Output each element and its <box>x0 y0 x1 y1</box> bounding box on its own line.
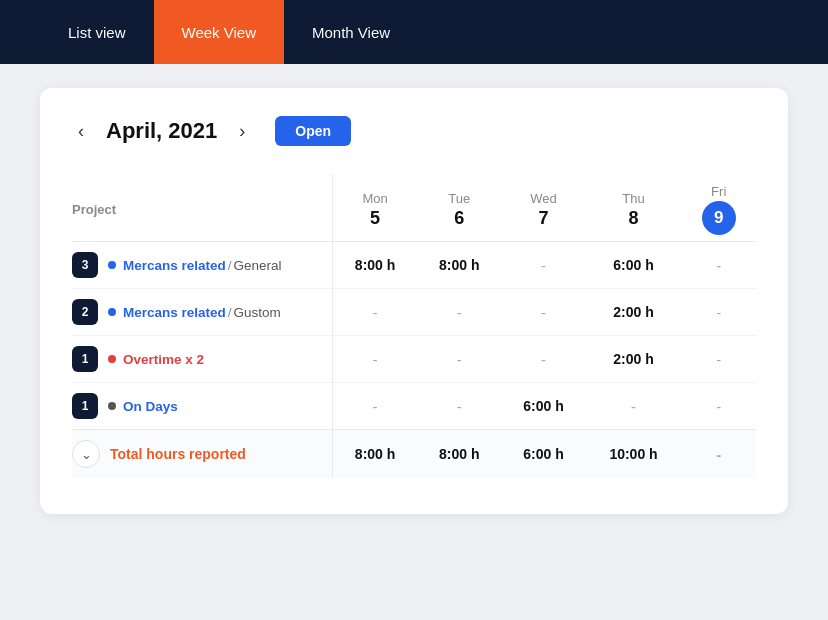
cell-thu: 2:00 h <box>586 289 682 336</box>
total-cell-mon: 8:00 h <box>333 430 417 479</box>
table-row: 2 Mercans related / Gustom ---2:00 h- <box>72 289 756 336</box>
nav-month-view[interactable]: Month View <box>284 0 418 64</box>
project-badge: 2 <box>72 299 98 325</box>
total-label: Total hours reported <box>110 446 246 462</box>
total-cell-tue: 8:00 h <box>417 430 501 479</box>
project-name: Overtime x 2 <box>108 352 204 367</box>
project-cell: 2 Mercans related / Gustom <box>72 299 324 325</box>
cell-tue: - <box>417 336 501 383</box>
tue-day-name: Tue <box>425 191 493 206</box>
project-badge: 3 <box>72 252 98 278</box>
prev-month-button[interactable]: ‹ <box>72 118 90 144</box>
cell-thu: 2:00 h <box>586 336 682 383</box>
col-header-project: Project <box>72 174 332 242</box>
col-header-thu: Thu 8 <box>586 174 682 242</box>
col-header-fri: Fri 9 <box>681 174 756 242</box>
cell-wed: - <box>501 289 585 336</box>
project-cell-col: 1 Overtime x 2 <box>72 336 332 383</box>
cell-thu: 6:00 h <box>586 242 682 289</box>
project-cell-col: 1 On Days <box>72 383 332 430</box>
project-cell-col: 3 Mercans related / General <box>72 242 332 289</box>
cell-tue: - <box>417 289 501 336</box>
cell-wed: - <box>501 242 585 289</box>
project-name: On Days <box>108 399 178 414</box>
table-row: 1 On Days --6:00 h-- <box>72 383 756 430</box>
total-cell-fri: - <box>681 430 756 479</box>
project-link[interactable]: Mercans related <box>123 305 226 320</box>
col-header-tue: Tue 6 <box>417 174 501 242</box>
fri-day-num: 9 <box>702 201 736 235</box>
total-project-cell: ⌄ Total hours reported <box>72 440 324 468</box>
project-badge: 1 <box>72 346 98 372</box>
cell-wed: - <box>501 336 585 383</box>
cell-fri: - <box>681 289 756 336</box>
schedule-table: Project Mon 5 Tue 6 Wed 7 Thu 8 <box>72 174 756 478</box>
nav-week-view[interactable]: Week View <box>154 0 284 64</box>
cell-tue: 8:00 h <box>417 242 501 289</box>
project-badge: 1 <box>72 393 98 419</box>
project-name: Mercans related / Gustom <box>108 305 281 320</box>
project-link[interactable]: Overtime x 2 <box>123 352 204 367</box>
cell-mon: 8:00 h <box>333 242 417 289</box>
total-chevron-button[interactable]: ⌄ <box>72 440 100 468</box>
wed-day-num: 7 <box>539 208 549 229</box>
cell-fri: - <box>681 383 756 430</box>
month-header: ‹ April, 2021 › Open <box>72 116 756 146</box>
table-row: 1 Overtime x 2 ---2:00 h- <box>72 336 756 383</box>
thu-day-num: 8 <box>629 208 639 229</box>
schedule-card: ‹ April, 2021 › Open Project Mon 5 Tue 6 <box>40 88 788 514</box>
wed-day-name: Wed <box>509 191 577 206</box>
project-cell-col: 2 Mercans related / Gustom <box>72 289 332 336</box>
thu-day-name: Thu <box>594 191 674 206</box>
project-col-label: Project <box>72 202 116 217</box>
cell-wed: 6:00 h <box>501 383 585 430</box>
project-link[interactable]: On Days <box>123 399 178 414</box>
col-header-wed: Wed 7 <box>501 174 585 242</box>
project-cell: 3 Mercans related / General <box>72 252 324 278</box>
cell-mon: - <box>333 383 417 430</box>
top-navigation: List view Week View Month View <box>0 0 828 64</box>
month-title: April, 2021 <box>106 118 217 144</box>
col-header-mon: Mon 5 <box>333 174 417 242</box>
project-slash: / <box>228 258 232 273</box>
project-link[interactable]: Mercans related <box>123 258 226 273</box>
next-month-button[interactable]: › <box>233 118 251 144</box>
fri-day-name: Fri <box>689 184 748 199</box>
tue-day-num: 6 <box>454 208 464 229</box>
project-name: Mercans related / General <box>108 258 282 273</box>
project-cell: 1 Overtime x 2 <box>72 346 324 372</box>
mon-day-name: Mon <box>341 191 409 206</box>
cell-fri: - <box>681 242 756 289</box>
total-row: ⌄ Total hours reported 8:00 h8:00 h6:00 … <box>72 430 756 479</box>
open-button[interactable]: Open <box>275 116 351 146</box>
project-sub: General <box>234 258 282 273</box>
total-project-col: ⌄ Total hours reported <box>72 430 332 479</box>
cell-fri: - <box>681 336 756 383</box>
project-cell: 1 On Days <box>72 393 324 419</box>
project-sub: Gustom <box>234 305 281 320</box>
cell-mon: - <box>333 336 417 383</box>
cell-tue: - <box>417 383 501 430</box>
cell-mon: - <box>333 289 417 336</box>
nav-list-view[interactable]: List view <box>40 0 154 64</box>
total-cell-wed: 6:00 h <box>501 430 585 479</box>
project-slash: / <box>228 305 232 320</box>
total-cell-thu: 10:00 h <box>586 430 682 479</box>
mon-day-num: 5 <box>370 208 380 229</box>
cell-thu: - <box>586 383 682 430</box>
table-row: 3 Mercans related / General 8:00 h8:00 h… <box>72 242 756 289</box>
